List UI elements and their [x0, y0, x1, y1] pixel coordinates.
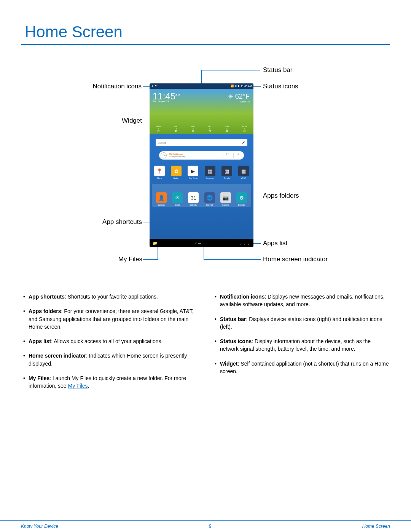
- label-status-bar: Status bar: [263, 66, 293, 74]
- dock: 👤Contacts✉Email31Calendar🌐Internet📷Camer…: [152, 184, 251, 207]
- app-settings[interactable]: ⚙Settings: [236, 192, 247, 206]
- search-placeholder: Google: [158, 141, 166, 144]
- app-play-store[interactable]: ▶Play Store: [187, 166, 199, 179]
- weather-location: Santa Fe: [228, 101, 250, 103]
- desc-list-left: App shortcuts: Shortcuts to your favorit…: [21, 293, 199, 390]
- desc-item: Home screen indicator: Indicates which H…: [21, 352, 199, 367]
- title-rule: [21, 44, 390, 45]
- desc-item: App shortcuts: Shortcuts to your favorit…: [21, 293, 199, 300]
- label-widget: Widget: [112, 117, 142, 125]
- link-my-files[interactable]: My Files: [68, 383, 88, 389]
- app-calendar[interactable]: 31Calendar: [188, 192, 199, 206]
- nav-bar: 📁 ⌂ — ⋮⋮⋮: [150, 239, 253, 247]
- apps-list-icon[interactable]: ⋮⋮⋮: [239, 241, 250, 245]
- app-contacts[interactable]: 👤Contacts: [156, 192, 167, 206]
- footer-page: 9: [209, 524, 212, 529]
- label-my-files: My Files: [106, 256, 142, 263]
- weather-temp: 62°F: [235, 93, 250, 100]
- app-email[interactable]: ✉Email: [172, 192, 183, 206]
- clock-time: 11:45: [153, 91, 175, 101]
- att-widget[interactable]: 17% AT&T AllAccess 17 Days Remaining ((•…: [159, 151, 244, 160]
- clock-weather-widget[interactable]: 11:45AM Wed, August 19 ☀ 62°F Santa Fe W…: [150, 89, 253, 134]
- google-search[interactable]: Google 🎤: [156, 139, 247, 146]
- notif-icon: ⚑: [155, 85, 157, 88]
- desc-item: Status icons: Display information about …: [212, 337, 390, 353]
- footer: Know Your Device 9 Home Screen: [0, 520, 411, 532]
- app-row: 📍Maps✿Gallery▶Play Store▦Samsung▦Google▦…: [150, 166, 253, 179]
- footer-left: Know Your Device: [21, 524, 58, 529]
- battery-icon: ▮: [238, 85, 239, 88]
- pill-days: 17 Days Remaining: [169, 155, 186, 158]
- forecast-row: WED☀87THU☀87FRI☀80SAT☀78SUN☀81MON☀84: [150, 125, 253, 132]
- desc-item: Notification icons: Displays new message…: [212, 293, 390, 308]
- wifi-icon: 📶: [231, 85, 234, 88]
- app-samsung[interactable]: ▦Samsung: [204, 166, 216, 179]
- device-screenshot: ⬇ ⚑ 📶 ▮ ▮ 11:45 AM 11:45AM Wed, August 1…: [150, 83, 253, 247]
- desc-item: My Files: Launch My Files to quickly cre…: [21, 374, 199, 390]
- label-apps-list: Apps list: [263, 240, 287, 247]
- clock-date: Wed, August 19: [153, 100, 180, 102]
- label-status-icons: Status icons: [263, 83, 298, 90]
- signal-icon: ▮: [235, 85, 237, 88]
- app-at&t[interactable]: ▦AT&T: [238, 166, 249, 179]
- mic-icon[interactable]: 🎤: [242, 141, 245, 144]
- usage-pct: 17%: [162, 154, 166, 157]
- desc-item: Status bar: Displays device status icons…: [212, 315, 390, 331]
- hotspot-icon[interactable]: ((•)): [223, 153, 232, 158]
- label-app-shortcuts: App shortcuts: [89, 218, 142, 226]
- app-camera[interactable]: 📷Camera: [220, 192, 231, 206]
- wifi-tile-icon[interactable]: ≋: [233, 153, 242, 158]
- status-bar: ⬇ ⚑ 📶 ▮ ▮ 11:45 AM: [150, 83, 253, 89]
- my-files-icon[interactable]: 📁: [153, 241, 157, 245]
- app-google[interactable]: ▦Google: [221, 166, 233, 179]
- label-home-indicator: Home screen indicator: [263, 256, 328, 263]
- desc-list-right: Notification icons: Displays new message…: [212, 293, 390, 375]
- page-title: Home Screen: [25, 23, 390, 41]
- clock-ampm: AM: [175, 93, 180, 97]
- desc-item: Apps list: Allows quick access to all of…: [21, 337, 199, 345]
- weather-icon: ☀: [228, 93, 233, 100]
- app-maps[interactable]: 📍Maps: [154, 166, 165, 179]
- app-internet[interactable]: 🌐Internet: [204, 192, 215, 206]
- home-indicator[interactable]: ⌂ —: [195, 241, 201, 245]
- status-time: 11:45 AM: [241, 85, 252, 88]
- label-notification-icons: Notification icons: [83, 83, 142, 90]
- desc-item: Widget: Self-contained application (not …: [212, 360, 390, 375]
- label-apps-folders: Apps folders: [263, 192, 299, 200]
- desc-item: Apps folders: For your convenience, ther…: [21, 307, 199, 331]
- notif-icon: ⬇: [151, 85, 153, 88]
- diagram: Status bar Status icons Apps folders App…: [21, 68, 390, 281]
- app-gallery[interactable]: ✿Gallery: [170, 166, 182, 179]
- footer-right: Home Screen: [362, 524, 390, 529]
